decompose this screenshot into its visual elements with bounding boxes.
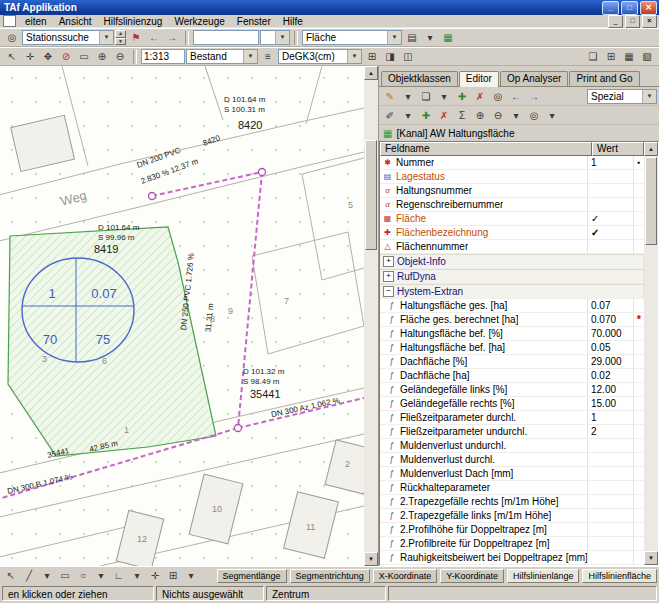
property-row[interactable]: ƒMuldenverlust undurchl. <box>380 439 644 453</box>
property-value[interactable] <box>588 240 634 253</box>
caret-down-icon[interactable]: ▾ <box>435 89 453 104</box>
station-value-input[interactable] <box>193 30 259 45</box>
caret-down-icon[interactable]: ▾ <box>421 30 439 45</box>
sum-icon[interactable]: Σ <box>453 108 471 123</box>
property-row[interactable]: ƒDachfläche [%]29.000 <box>380 355 644 369</box>
property-group-row[interactable]: +Objekt-Info <box>380 254 644 269</box>
property-row[interactable]: ▤Lagestatus <box>380 170 644 184</box>
caret-down-icon[interactable]: ▾ <box>182 568 200 583</box>
manhole-node-35441[interactable] <box>235 425 242 432</box>
property-value[interactable]: 70.000 <box>588 327 634 340</box>
menu-ansicht[interactable]: Ansicht <box>53 16 98 27</box>
property-row[interactable]: ƒHaltungsfläche bef. [ha]0.05 <box>380 341 644 355</box>
manhole-node-8419[interactable] <box>149 193 156 200</box>
grid-icon[interactable]: ⊞ <box>363 49 381 64</box>
edit-icon[interactable]: ✎ <box>381 89 399 104</box>
catchment-area-polygon[interactable] <box>8 227 216 456</box>
tab-print-and-go[interactable]: Print and Go <box>569 71 639 86</box>
list-icon[interactable]: ▤ <box>403 30 421 45</box>
mdi-minimize-button[interactable]: _ <box>608 15 623 28</box>
property-row[interactable]: ƒGeländegefälle rechts [%]15.00 <box>380 397 644 411</box>
flag-icon[interactable]: ⚑ <box>127 30 145 45</box>
property-value[interactable] <box>588 481 634 494</box>
spezial-combo[interactable]: Spezial ▼ <box>587 89 657 104</box>
remove-icon[interactable]: ✗ <box>435 108 453 123</box>
format-icon[interactable]: ✐ <box>381 108 399 123</box>
palette-icon[interactable]: ◨ <box>381 49 399 64</box>
crosshair-icon[interactable]: ✛ <box>21 49 39 64</box>
column-feldname[interactable]: Feldname <box>380 142 592 156</box>
grid-icon[interactable]: ⊞ <box>164 568 182 583</box>
draw-line-icon[interactable]: ╱ <box>20 568 38 583</box>
chevron-down-icon[interactable]: ▼ <box>387 31 401 44</box>
scroll-down-icon[interactable]: ▼ <box>364 552 378 566</box>
property-row[interactable]: ƒRückhalteparameter <box>380 481 644 495</box>
property-value[interactable] <box>588 467 634 480</box>
area-icon[interactable]: ▦ <box>439 30 457 45</box>
property-row[interactable]: ƒFläche ges. berechnet [ha]0.070* <box>380 313 644 327</box>
menu-werkzeuge[interactable]: Werkzeuge <box>168 16 230 27</box>
caret-down-icon[interactable]: ▾ <box>399 89 417 104</box>
property-value[interactable] <box>588 198 634 211</box>
property-value[interactable]: 0.070 <box>588 313 634 326</box>
style-combo[interactable]: DeGK3(cm) ▼ <box>278 49 362 64</box>
rectangle-icon[interactable]: ▭ <box>56 568 74 583</box>
caret-down-icon[interactable]: ▾ <box>507 108 525 123</box>
zoom-out-icon[interactable]: ⊖ <box>111 49 129 64</box>
property-row[interactable]: ƒHaltungsfläche ges. [ha]0.07 <box>380 299 644 313</box>
legend-icon[interactable]: ▧ <box>638 49 656 64</box>
pan-icon[interactable]: ✥ <box>39 49 57 64</box>
property-value[interactable]: 29.000 <box>588 355 634 368</box>
column-wert[interactable]: Wert <box>592 142 644 156</box>
property-value[interactable]: 15.00 <box>588 397 634 410</box>
menu-hilfe[interactable]: Hilfe <box>277 16 309 27</box>
property-row[interactable]: ƒFließzeitparameter durchl.1 <box>380 411 644 425</box>
caret-down-icon[interactable]: ▾ <box>38 568 56 583</box>
select-arrow-icon[interactable]: ↖ <box>3 49 21 64</box>
print-icon[interactable]: ◫ <box>399 49 417 64</box>
caret-down-icon[interactable]: ▾ <box>543 108 561 123</box>
report-icon[interactable]: ▦ <box>620 49 638 64</box>
scrollbar-thumb[interactable] <box>645 157 657 245</box>
chevron-down-icon[interactable]: ▼ <box>642 90 656 103</box>
menu-bearbeiten[interactable]: eiten <box>19 16 53 27</box>
property-value[interactable] <box>588 509 634 522</box>
new-record-icon[interactable]: ❏ <box>417 89 435 104</box>
mdi-close-button[interactable]: ✕ <box>642 15 657 28</box>
minimize-button[interactable]: _ <box>602 1 619 15</box>
delete-icon[interactable]: ✗ <box>471 89 489 104</box>
caret-down-icon[interactable]: ▾ <box>399 108 417 123</box>
expand-icon[interactable]: + <box>383 271 394 282</box>
property-row[interactable]: ƒ2.Profilbreite für Doppeltrapez [m] <box>380 537 644 551</box>
chevron-down-icon[interactable]: ▼ <box>243 50 257 63</box>
manhole-node-8420[interactable] <box>259 169 266 176</box>
property-value[interactable] <box>588 439 634 452</box>
zoom-out-icon[interactable]: ⊖ <box>489 108 507 123</box>
property-value[interactable]: 0.07 <box>588 299 634 312</box>
scale-input[interactable] <box>141 49 185 64</box>
property-row[interactable]: ƒ2.Trapezgefälle rechts [m/1m Höhe] <box>380 495 644 509</box>
tab-op-analyser[interactable]: Op Analyser <box>500 71 568 86</box>
property-row[interactable]: ƒMuldenverlust Dach [mm] <box>380 467 644 481</box>
property-value[interactable] <box>588 495 634 508</box>
scroll-down-icon[interactable]: ▼ <box>644 551 658 565</box>
snap-icon[interactable]: ✛ <box>146 568 164 583</box>
property-value[interactable] <box>588 170 634 183</box>
unit-combo[interactable]: ▼ <box>260 30 290 45</box>
close-button[interactable]: ✕ <box>640 1 657 15</box>
property-row[interactable]: αHaltungsnummer <box>380 184 644 198</box>
property-value[interactable] <box>588 551 634 564</box>
plus-icon[interactable]: ✚ <box>417 108 435 123</box>
scroll-up-icon[interactable]: ▲ <box>644 142 658 156</box>
select-icon[interactable]: ↖ <box>2 568 20 583</box>
menu-fenster[interactable]: Fenster <box>231 16 277 27</box>
property-row[interactable]: ƒMuldenverlust durchl. <box>380 453 644 467</box>
property-value[interactable]: ✓ <box>588 226 634 239</box>
station-search-combo[interactable]: Stationssuche ▼ <box>22 30 114 45</box>
maximize-button[interactable]: □ <box>621 1 638 15</box>
tab-objektklassen[interactable]: Objektklassen <box>381 71 458 86</box>
property-value[interactable]: ✓ <box>588 212 634 225</box>
caret-down-icon[interactable]: ▾ <box>128 568 146 583</box>
property-value[interactable]: 0.05 <box>588 341 634 354</box>
tab-editor[interactable]: Editor <box>459 71 499 87</box>
